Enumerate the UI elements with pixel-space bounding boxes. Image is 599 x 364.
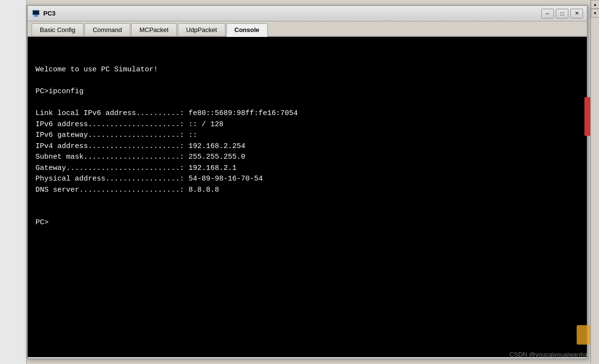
tab-mcpacket[interactable]: MCPacket	[131, 23, 177, 36]
tab-basic-config[interactable]: Basic Config	[32, 23, 84, 36]
right-red-indicator	[584, 97, 590, 136]
window-title: PC3	[43, 10, 55, 17]
watermark: CSDN @youcaiyouaiwanba	[509, 351, 587, 358]
svg-rect-2	[34, 16, 38, 17]
svg-rect-3	[33, 11, 39, 15]
left-sidebar	[0, 0, 27, 364]
svg-rect-1	[34, 15, 37, 16]
tab-udppacket[interactable]: UdpPacket	[178, 23, 225, 36]
tabbar: Basic Config Command MCPacket UdpPacket …	[28, 21, 587, 37]
scrollbar-up-btn[interactable]: ▲	[591, 0, 599, 9]
terminal-area[interactable]: Welcome to use PC Simulator! PC>ipconfig…	[28, 37, 587, 357]
titlebar-left: PC3	[32, 9, 55, 18]
terminal-content: Welcome to use PC Simulator! PC>ipconfig…	[35, 65, 579, 229]
tab-console[interactable]: Console	[226, 23, 268, 37]
tab-command[interactable]: Command	[85, 23, 130, 36]
titlebar: PC3 ─ □ ✕	[28, 6, 587, 21]
pc3-window: PC3 ─ □ ✕ Basic Config Command MCPacket …	[27, 5, 588, 359]
right-scrollbar[interactable]: ▲ ▼	[590, 0, 599, 364]
bottom-orange-indicator	[577, 325, 590, 345]
close-button[interactable]: ✕	[570, 9, 583, 18]
pc-icon	[32, 9, 40, 18]
scrollbar-down-btn[interactable]: ▼	[591, 9, 599, 17]
maximize-button[interactable]: □	[556, 9, 568, 18]
minimize-button[interactable]: ─	[541, 9, 554, 18]
titlebar-buttons: ─ □ ✕	[541, 9, 583, 18]
